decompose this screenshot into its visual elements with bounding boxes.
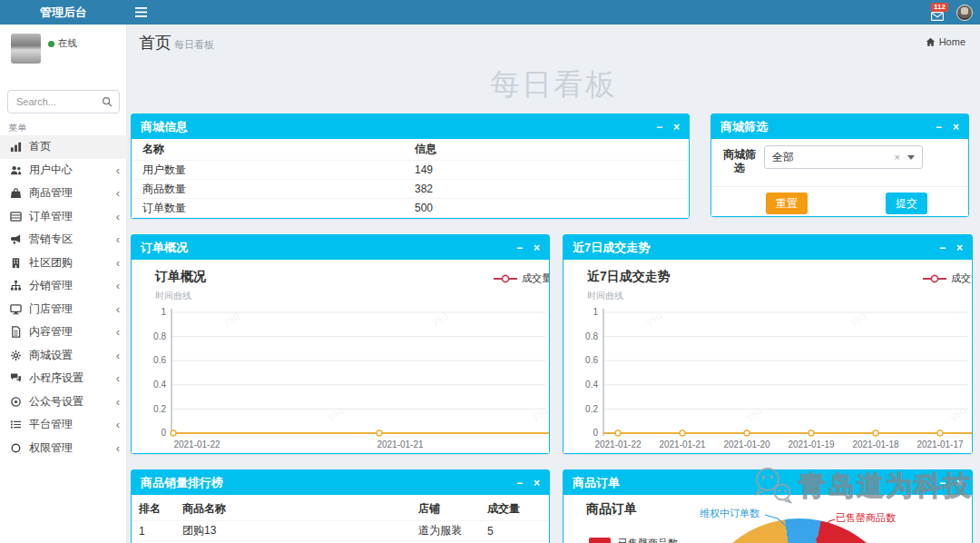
chart-legend[interactable]: 成交量 成交额 <box>494 272 549 285</box>
table-row: 商品数量 382 <box>132 180 689 199</box>
svg-text:2021-01-21: 2021-01-21 <box>659 439 706 449</box>
collapse-icon[interactable]: − <box>516 242 523 253</box>
sidebar-item-goods[interactable]: 商品管理 ‹ <box>0 182 127 205</box>
submit-button[interactable]: 提交 <box>886 193 927 214</box>
svg-text:2021-01-22: 2021-01-22 <box>594 439 642 449</box>
panel-title: 商城筛选 <box>720 119 768 135</box>
chevron-left-icon: ‹ <box>116 326 120 338</box>
mall-filter-select[interactable]: 全部 × <box>764 145 923 169</box>
panel-title: 商品销量排行榜 <box>141 475 223 491</box>
panel-sales-rank: 商品销量排行榜 −× 排名 商品名称 店铺 成交量 1 团购13 道为服装 5 … <box>131 469 550 543</box>
chart-legend[interactable]: 成交量 成交额 <box>923 272 972 285</box>
collapse-icon[interactable]: − <box>656 122 662 133</box>
panel-sales-rank-header: 商品销量排行榜 −× <box>132 470 549 495</box>
clear-icon[interactable]: × <box>895 152 900 163</box>
chevron-left-icon: ‹ <box>116 280 120 291</box>
chevron-left-icon: ‹ <box>116 350 120 361</box>
close-icon[interactable]: × <box>673 122 680 133</box>
user-menu-avatar[interactable] <box>956 5 973 21</box>
chevron-left-icon: ‹ <box>116 257 120 269</box>
sidebar-item-marketing[interactable]: 营销专区 ‹ <box>0 228 127 252</box>
svg-text:2021-01-21: 2021-01-21 <box>377 439 424 449</box>
breadcrumb-home[interactable]: Home <box>926 36 965 47</box>
chevron-down-icon <box>907 155 915 160</box>
sidebar-item-user-center[interactable]: 用户中心 ‹ <box>0 159 127 183</box>
table-header-row: 排名 商品名称 店铺 成交量 <box>132 498 549 521</box>
svg-text:2021-01-20: 2021-01-20 <box>723 439 770 449</box>
svg-text:2021-01-19: 2021-01-19 <box>788 439 835 449</box>
sidebar-item-content[interactable]: 内容管理 ‹ <box>0 321 127 344</box>
select-value: 全部 <box>772 150 895 165</box>
svg-text:0.4: 0.4 <box>153 380 166 390</box>
sidebar-menu: 首页 用户中心 ‹ 商品管理 ‹ 订单管理 ‹ 营销专区 ‹ <box>0 135 127 459</box>
sidebar-item-community[interactable]: 社区团购 ‹ <box>0 252 127 275</box>
panel-title: 近7日成交走势 <box>573 240 650 256</box>
chevron-left-icon: ‹ <box>116 187 120 199</box>
search-button[interactable] <box>95 91 119 113</box>
reset-button[interactable]: 重置 <box>766 193 808 214</box>
messages-button[interactable]: 112 <box>929 3 947 23</box>
panel-product-orders-header: 商品订单 −× <box>564 470 972 495</box>
collapse-icon[interactable]: − <box>939 478 946 489</box>
search-input[interactable] <box>8 96 95 107</box>
circle-icon <box>9 441 23 454</box>
svg-text:0.2: 0.2 <box>585 404 598 414</box>
close-icon[interactable]: × <box>534 242 540 253</box>
collapse-icon[interactable]: − <box>516 478 523 489</box>
sitemap-icon <box>9 280 23 292</box>
sidebar-item-home[interactable]: 首页 <box>0 135 127 159</box>
sidebar-item-miniprogram-settings[interactable]: 小程序设置 ‹ <box>0 367 127 390</box>
panel-mall-info: 商城信息 −× 名称 信息 用户数量 149 商品数量 382 订单数量 500 <box>131 114 690 219</box>
svg-text:1: 1 <box>593 307 598 317</box>
panel-order-overview-body: 订单概况 时间曲线 成交量 成交额 ysq ysq ysq ysq 1 0.8 <box>132 260 549 453</box>
pie-legend-item[interactable]: 已售罄商品数 <box>589 537 678 543</box>
user-status: 在线 <box>48 37 77 50</box>
svg-text:1: 1 <box>161 307 166 317</box>
sidebar-item-mall-settings[interactable]: 商城设置 ‹ <box>0 344 127 368</box>
panel-trend7-body: 近7日成交走势 时间曲线 成交量 成交额 ysq ysq ysq ysq 1 <box>564 260 972 453</box>
panel-product-orders: 商品订单 −× 商品订单 已售罄商品数 待发货订单数 维权中订单数 已售罄商品数 <box>563 469 973 543</box>
sidebar-item-official-account-settings[interactable]: 公众号设置 ‹ <box>0 390 127 414</box>
bullhorn-icon <box>9 233 23 246</box>
close-icon[interactable]: × <box>956 478 963 489</box>
gear-icon <box>9 349 23 361</box>
svg-text:2021-01-22: 2021-01-22 <box>173 439 220 449</box>
close-icon[interactable]: × <box>956 242 963 253</box>
panel-mall-filter-header: 商城筛选 −× <box>711 114 968 139</box>
sidebar-item-platform[interactable]: 平台管理 ‹ <box>0 413 127 437</box>
svg-text:2021-01-17: 2021-01-17 <box>916 439 964 449</box>
chart-title: 商品订单 <box>586 501 637 518</box>
panel-title: 商品订单 <box>573 475 620 491</box>
sidebar-user-panel: 在线 <box>11 34 77 64</box>
panel-mall-filter: 商城筛选 −× 商城筛选 全部 × 重置 提交 <box>710 114 969 217</box>
app-title[interactable]: 管理后台 <box>0 0 127 25</box>
collapse-icon[interactable]: − <box>939 242 946 253</box>
sidebar-item-permissions[interactable]: 权限管理 ‹ <box>0 437 127 460</box>
svg-text:2021-01-18: 2021-01-18 <box>852 439 899 449</box>
sidebar-item-distribution[interactable]: 分销管理 ‹ <box>0 274 127 298</box>
collapse-icon[interactable]: − <box>936 122 942 133</box>
close-icon[interactable]: × <box>534 478 540 489</box>
screen: 管理后台 112 在线 菜单 <box>0 0 980 543</box>
chevron-left-icon: ‹ <box>116 164 120 176</box>
page-heading-sub: 每日看板 <box>174 38 214 52</box>
svg-text:0.2: 0.2 <box>153 404 166 414</box>
sidebar-item-orders[interactable]: 订单管理 ‹ <box>0 205 127 229</box>
sidebar-item-stores[interactable]: 门店管理 ‹ <box>0 298 127 321</box>
sidebar-toggle-button[interactable] <box>127 0 154 25</box>
svg-text:0.6: 0.6 <box>153 355 166 365</box>
chevron-left-icon: ‹ <box>116 396 120 408</box>
user-avatar[interactable] <box>11 34 41 64</box>
chevron-left-icon: ‹ <box>116 303 120 315</box>
pie-callout-label: 已售罄商品数 <box>836 511 896 525</box>
chart-title: 订单概况 <box>155 269 206 285</box>
file-icon <box>9 326 23 339</box>
pie-callout-label: 维权中订单数 <box>700 507 760 520</box>
chevron-left-icon: ‹ <box>116 233 120 245</box>
svg-text:0.8: 0.8 <box>153 331 166 341</box>
panel-sales-rank-body: 排名 商品名称 店铺 成交量 1 团购13 道为服装 5 2 雪纺衫美长袖宽松白… <box>132 495 549 543</box>
close-icon[interactable]: × <box>953 122 959 133</box>
svg-text:0: 0 <box>593 428 598 438</box>
svg-text:0.4: 0.4 <box>585 380 598 390</box>
comments-icon <box>9 372 23 385</box>
